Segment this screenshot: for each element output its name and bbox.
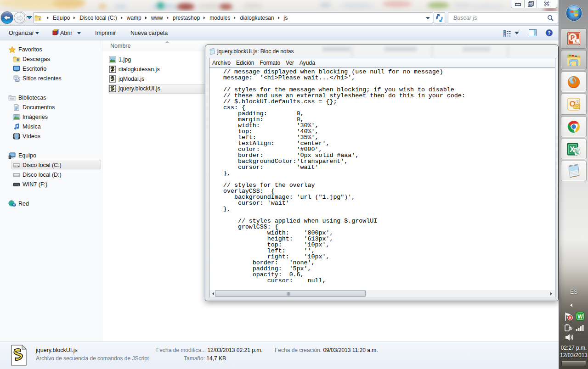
svg-text:?: ?	[548, 30, 550, 36]
svg-text:W: W	[577, 313, 583, 320]
